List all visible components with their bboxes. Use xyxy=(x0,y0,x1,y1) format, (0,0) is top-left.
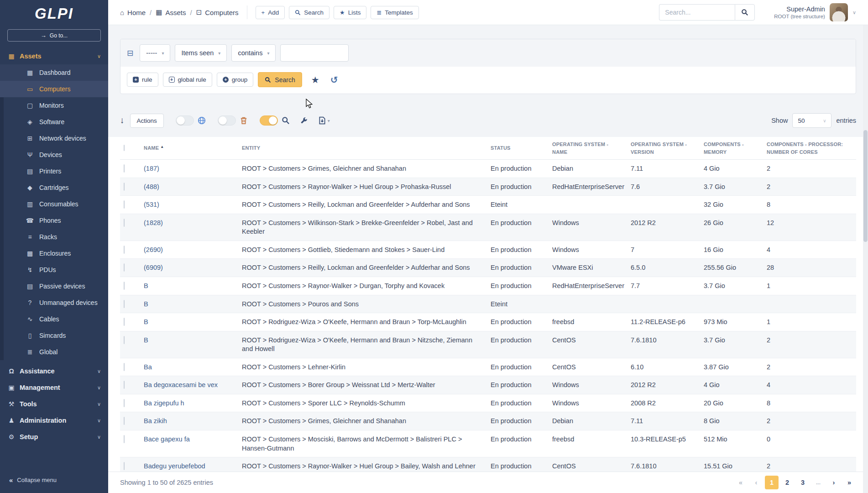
sidebar-item-network-devices[interactable]: ⊞ Network devices xyxy=(0,130,108,147)
breadcrumb-home[interactable]: ⌂ Home xyxy=(120,9,146,16)
row-checkbox[interactable] xyxy=(124,363,125,371)
pagination-last[interactable]: » xyxy=(842,476,856,489)
sidebar-item-cables[interactable]: ∿ Cables xyxy=(0,311,108,327)
sidebar-section-management[interactable]: ▣ Management ∨ xyxy=(0,379,108,396)
sidebar-section-assets[interactable]: ▦ Assets ∨ xyxy=(0,48,108,64)
computer-name-link[interactable]: B xyxy=(144,282,148,289)
column-header-os-name[interactable]: OPERATING SYSTEM - NAME xyxy=(549,137,627,160)
row-checkbox[interactable] xyxy=(124,417,125,425)
sidebar-item-printers[interactable]: ▤ Printers xyxy=(0,163,108,179)
sidebar-item-pdus[interactable]: ↯ PDUs xyxy=(0,262,108,278)
pagination-prev[interactable]: ‹ xyxy=(749,476,763,489)
row-checkbox[interactable] xyxy=(124,318,125,326)
computer-name-link[interactable]: B xyxy=(144,318,148,325)
run-search-button[interactable]: Search xyxy=(258,72,302,87)
reset-icon[interactable]: ↺ xyxy=(330,74,338,85)
column-header-status[interactable]: STATUS xyxy=(487,137,549,160)
row-checkbox[interactable] xyxy=(124,246,125,254)
computer-name-link[interactable]: (488) xyxy=(144,183,159,190)
row-checkbox[interactable] xyxy=(124,435,125,443)
sidebar-item-computers[interactable]: ▭ Computers xyxy=(0,81,108,97)
column-header-cores[interactable]: COMPONENTS - PROCESSOR: NUMBER OF CORES xyxy=(763,137,856,160)
global-search-submit[interactable] xyxy=(735,4,755,21)
pagination-page-1[interactable]: 1 xyxy=(765,476,779,489)
criteria-field-dropdown[interactable]: Items seen ▾ xyxy=(175,44,227,62)
search-filter-toggle[interactable] xyxy=(260,115,278,126)
collapse-menu-button[interactable]: « Collapse menu xyxy=(0,469,108,493)
computer-name-link[interactable]: Bace gapexu fa xyxy=(144,435,190,443)
export-icon[interactable] xyxy=(318,116,326,125)
sidebar-item-consumables[interactable]: ▥ Consumables xyxy=(0,196,108,212)
sidebar-section-assistance[interactable]: Ω Assistance ∨ xyxy=(0,363,108,379)
computer-name-link[interactable]: B xyxy=(144,336,148,344)
sort-arrow-icon[interactable]: ↓ xyxy=(120,115,125,126)
computer-name-link[interactable]: Ba degoxacesami be vex xyxy=(144,381,218,388)
page-size-select[interactable]: 50 ∨ xyxy=(792,113,831,128)
breadcrumb-computers[interactable]: ⊡ Computers xyxy=(196,8,239,16)
column-header-memory[interactable]: COMPONENTS - MEMORY xyxy=(700,137,763,160)
sidebar-item-racks[interactable]: ≡ Racks xyxy=(0,229,108,245)
global-search-input[interactable] xyxy=(659,4,735,21)
row-checkbox[interactable] xyxy=(124,336,125,344)
row-checkbox[interactable] xyxy=(124,381,125,389)
collapse-criteria-icon[interactable]: ⊟ xyxy=(127,48,133,58)
bookmark-star-icon[interactable]: ★ xyxy=(311,74,319,85)
computer-name-link[interactable]: (2690) xyxy=(144,246,163,253)
pagination-first[interactable]: « xyxy=(734,476,748,489)
sidebar-item-monitors[interactable]: ▢ Monitors xyxy=(0,97,108,114)
computer-name-link[interactable]: Ba xyxy=(144,363,152,371)
row-checkbox[interactable] xyxy=(124,300,125,308)
sidebar-item-global[interactable]: ≣ Global xyxy=(0,344,108,360)
computer-name-link[interactable]: (6909) xyxy=(144,264,163,271)
column-header-name[interactable]: NAME▲ xyxy=(140,137,238,160)
row-checkbox[interactable] xyxy=(124,183,125,191)
goto-button[interactable]: → Go to... xyxy=(7,29,101,42)
add-button[interactable]: + Add xyxy=(256,6,285,19)
computer-name-link[interactable]: (1828) xyxy=(144,219,163,226)
add-rule-button[interactable]: + rule xyxy=(127,73,158,87)
sidebar-item-simcards[interactable]: ▯ Simcards xyxy=(0,327,108,344)
criteria-link-dropdown[interactable]: ----- ▾ xyxy=(140,44,170,62)
sidebar-item-phones[interactable]: ☎ Phones xyxy=(0,212,108,229)
sidebar-section-tools[interactable]: ⚒ Tools ∨ xyxy=(0,396,108,412)
templates-button[interactable]: ≣ Templates xyxy=(371,6,418,19)
sidebar-item-dashboard[interactable]: ▦ Dashboard xyxy=(0,64,108,81)
column-header-entity[interactable]: ENTITY xyxy=(238,137,487,160)
sidebar-item-devices[interactable]: Ψ Devices xyxy=(0,147,108,163)
pagination-next[interactable]: › xyxy=(827,476,841,489)
computer-name-link[interactable]: B xyxy=(144,300,148,308)
add-global-rule-button[interactable]: + global rule xyxy=(163,73,212,87)
wrench-icon[interactable] xyxy=(300,116,308,125)
criteria-operator-dropdown[interactable]: contains ▾ xyxy=(231,44,276,62)
map-toggle[interactable] xyxy=(176,115,194,126)
sidebar-section-administration[interactable]: ♟ Administration ∨ xyxy=(0,412,108,429)
row-checkbox[interactable] xyxy=(124,200,125,209)
pagination-page-3[interactable]: 3 xyxy=(796,476,810,489)
row-checkbox[interactable] xyxy=(124,462,125,470)
breadcrumb-assets[interactable]: ▦ Assets xyxy=(156,8,186,16)
lists-button[interactable]: ★ Lists xyxy=(334,6,366,19)
sidebar-section-setup[interactable]: ⚙ Setup ∨ xyxy=(0,429,108,445)
row-checkbox[interactable] xyxy=(124,164,125,173)
pagination-page-2[interactable]: 2 xyxy=(780,476,794,489)
search-button[interactable]: Search xyxy=(289,6,329,19)
scrollbar-thumb[interactable] xyxy=(863,130,868,242)
select-all-checkbox[interactable] xyxy=(124,145,125,151)
add-group-button[interactable]: + group xyxy=(217,73,254,87)
computer-name-link[interactable]: (531) xyxy=(144,201,159,208)
vertical-scrollbar[interactable] xyxy=(863,25,868,493)
column-header-os-version[interactable]: OPERATING SYSTEM - VERSION xyxy=(627,137,700,160)
row-checkbox[interactable] xyxy=(124,282,125,290)
glpi-logo[interactable]: GLPI xyxy=(0,0,108,27)
computer-name-link[interactable]: Ba zikih xyxy=(144,417,167,425)
computer-name-link[interactable]: (187) xyxy=(144,165,159,172)
computer-name-link[interactable]: Badegu yerubefebod xyxy=(144,462,205,470)
actions-button[interactable]: Actions xyxy=(130,114,164,128)
sidebar-item-software[interactable]: ◈ Software xyxy=(0,114,108,130)
sidebar-item-passive-devices[interactable]: ▤ Passive devices xyxy=(0,278,108,294)
row-checkbox[interactable] xyxy=(124,399,125,407)
row-checkbox[interactable] xyxy=(124,219,125,227)
sidebar-item-unmanaged-devices[interactable]: ? Unmanaged devices xyxy=(0,294,108,311)
row-checkbox[interactable] xyxy=(124,263,125,272)
deleted-toggle[interactable] xyxy=(218,115,236,126)
